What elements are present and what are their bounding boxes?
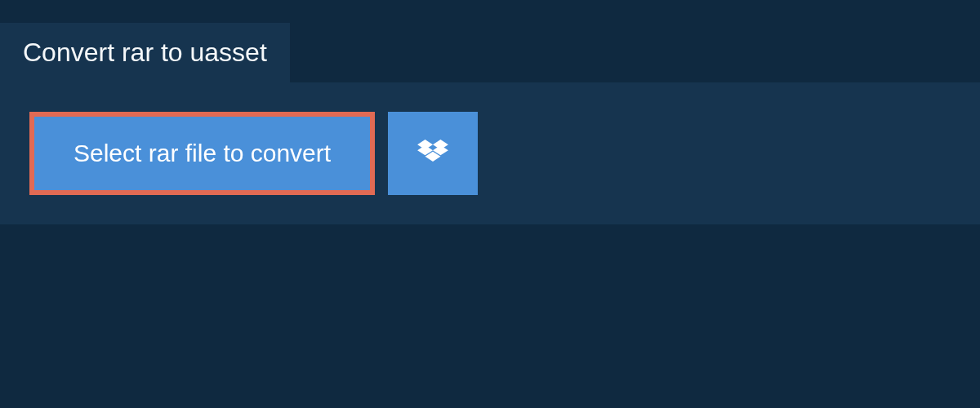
dropbox-icon: [417, 140, 448, 167]
content-panel: Select rar file to convert: [0, 82, 980, 224]
button-row: Select rar file to convert: [29, 112, 951, 195]
page-title: Convert rar to uasset: [23, 38, 267, 68]
select-file-label: Select rar file to convert: [74, 140, 331, 167]
tab-header: Convert rar to uasset: [0, 23, 290, 82]
select-file-button[interactable]: Select rar file to convert: [29, 112, 375, 195]
dropbox-button[interactable]: [388, 112, 478, 195]
